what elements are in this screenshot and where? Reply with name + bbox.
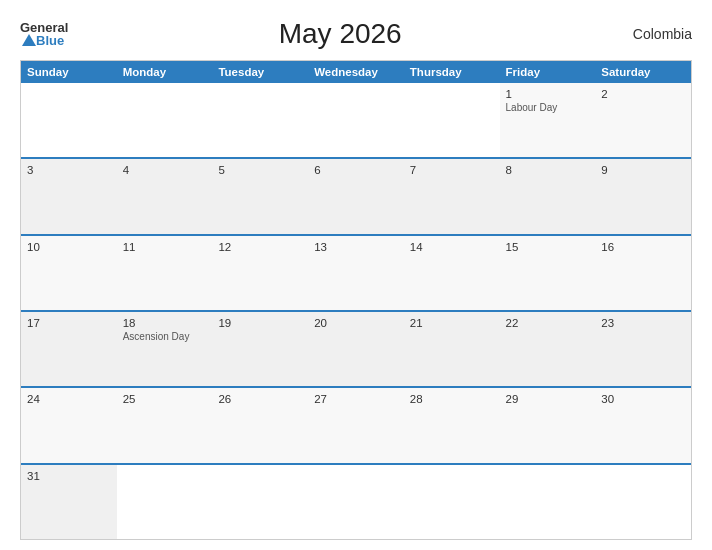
day-number: 20: [314, 317, 398, 329]
calendar-cell: 26: [212, 388, 308, 462]
day-number: 21: [410, 317, 494, 329]
calendar-cell: 13: [308, 236, 404, 310]
header-day-friday: Friday: [500, 61, 596, 83]
calendar-cell: 12: [212, 236, 308, 310]
day-number: 6: [314, 164, 398, 176]
calendar-cell: 24: [21, 388, 117, 462]
day-number: 19: [218, 317, 302, 329]
calendar-cell: [404, 83, 500, 157]
header-day-sunday: Sunday: [21, 61, 117, 83]
calendar-cell: 30: [595, 388, 691, 462]
calendar-cell: 17: [21, 312, 117, 386]
header-day-thursday: Thursday: [404, 61, 500, 83]
day-number: 22: [506, 317, 590, 329]
day-number: 3: [27, 164, 111, 176]
day-number: 11: [123, 241, 207, 253]
calendar-cell: 22: [500, 312, 596, 386]
day-number: 23: [601, 317, 685, 329]
calendar-cell: 19: [212, 312, 308, 386]
day-number: 4: [123, 164, 207, 176]
calendar-cell: 23: [595, 312, 691, 386]
calendar-cell: [21, 83, 117, 157]
day-number: 24: [27, 393, 111, 405]
calendar-week-2: 3456789: [21, 157, 691, 233]
day-number: 12: [218, 241, 302, 253]
day-number: 15: [506, 241, 590, 253]
day-number: 13: [314, 241, 398, 253]
month-title: May 2026: [68, 18, 612, 50]
calendar-cell: 29: [500, 388, 596, 462]
logo-blue-text: Blue: [36, 34, 64, 47]
calendar-cell: 7: [404, 159, 500, 233]
logo-triangle-icon: [22, 34, 36, 46]
day-number: 2: [601, 88, 685, 100]
calendar-cell: [308, 83, 404, 157]
day-number: 26: [218, 393, 302, 405]
header: General Blue May 2026 Colombia: [20, 18, 692, 50]
calendar-cell: [500, 465, 596, 539]
holiday-label: Ascension Day: [123, 331, 207, 342]
calendar-cell: [117, 83, 213, 157]
calendar-cell: 25: [117, 388, 213, 462]
day-number: 10: [27, 241, 111, 253]
day-number: 29: [506, 393, 590, 405]
calendar-cell: 5: [212, 159, 308, 233]
calendar-cell: 15: [500, 236, 596, 310]
calendar-cell: 20: [308, 312, 404, 386]
header-day-monday: Monday: [117, 61, 213, 83]
calendar-header: SundayMondayTuesdayWednesdayThursdayFrid…: [21, 61, 691, 83]
calendar-cell: 27: [308, 388, 404, 462]
day-number: 17: [27, 317, 111, 329]
calendar-cell: 4: [117, 159, 213, 233]
calendar-cell: 10: [21, 236, 117, 310]
calendar-cell: 2: [595, 83, 691, 157]
day-number: 7: [410, 164, 494, 176]
calendar: SundayMondayTuesdayWednesdayThursdayFrid…: [20, 60, 692, 540]
day-number: 16: [601, 241, 685, 253]
calendar-week-4: 1718Ascension Day1920212223: [21, 310, 691, 386]
calendar-cell: 28: [404, 388, 500, 462]
day-number: 31: [27, 470, 111, 482]
calendar-cell: [212, 465, 308, 539]
calendar-week-5: 24252627282930: [21, 386, 691, 462]
day-number: 5: [218, 164, 302, 176]
calendar-cell: [212, 83, 308, 157]
calendar-week-3: 10111213141516: [21, 234, 691, 310]
calendar-week-1: 1Labour Day2: [21, 83, 691, 157]
calendar-cell: 1Labour Day: [500, 83, 596, 157]
calendar-cell: [404, 465, 500, 539]
calendar-cell: 11: [117, 236, 213, 310]
holiday-label: Labour Day: [506, 102, 590, 113]
day-number: 18: [123, 317, 207, 329]
calendar-body: 1Labour Day23456789101112131415161718Asc…: [21, 83, 691, 539]
day-number: 14: [410, 241, 494, 253]
calendar-cell: [117, 465, 213, 539]
logo: General Blue: [20, 21, 68, 47]
day-number: 30: [601, 393, 685, 405]
day-number: 9: [601, 164, 685, 176]
calendar-cell: [308, 465, 404, 539]
calendar-week-6: 31: [21, 463, 691, 539]
day-number: 28: [410, 393, 494, 405]
country-label: Colombia: [612, 26, 692, 42]
calendar-cell: 21: [404, 312, 500, 386]
calendar-cell: 9: [595, 159, 691, 233]
calendar-cell: 3: [21, 159, 117, 233]
calendar-cell: 14: [404, 236, 500, 310]
calendar-cell: [595, 465, 691, 539]
day-number: 27: [314, 393, 398, 405]
header-day-wednesday: Wednesday: [308, 61, 404, 83]
calendar-cell: 16: [595, 236, 691, 310]
day-number: 25: [123, 393, 207, 405]
calendar-cell: 6: [308, 159, 404, 233]
day-number: 1: [506, 88, 590, 100]
calendar-cell: 18Ascension Day: [117, 312, 213, 386]
calendar-page: General Blue May 2026 Colombia SundayMon…: [0, 0, 712, 550]
day-number: 8: [506, 164, 590, 176]
header-day-tuesday: Tuesday: [212, 61, 308, 83]
calendar-cell: 31: [21, 465, 117, 539]
calendar-cell: 8: [500, 159, 596, 233]
header-day-saturday: Saturday: [595, 61, 691, 83]
